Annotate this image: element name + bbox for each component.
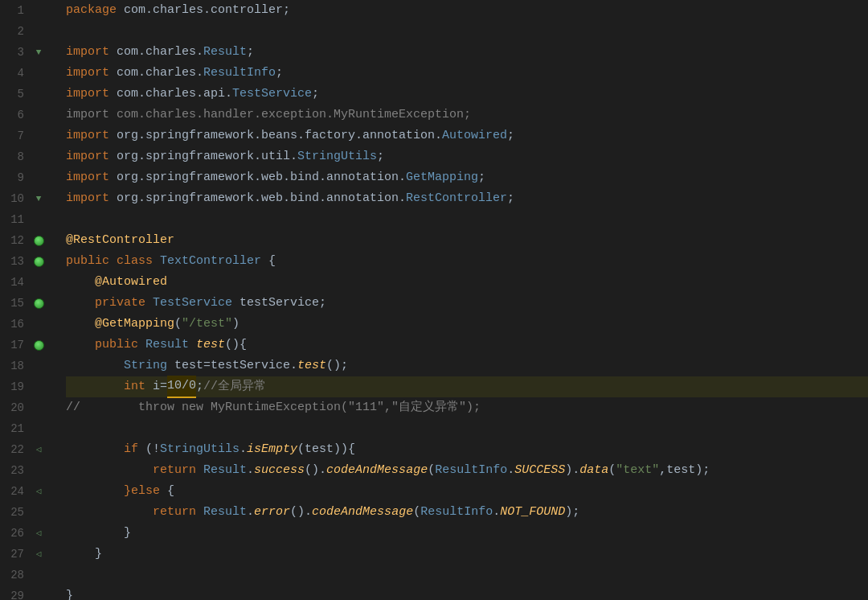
- token-method: codeAndMessage: [312, 502, 413, 523]
- fold-icon[interactable]: ◁: [36, 544, 42, 565]
- debug-breakpoint-icon[interactable]: [34, 298, 44, 309]
- gutter-row: 17: [0, 335, 55, 355]
- gutter-row: 23: [0, 460, 55, 481]
- code-line: }: [66, 586, 868, 600]
- token-plain: org.springframework.util.: [117, 146, 297, 167]
- token-plain: ;: [507, 125, 514, 146]
- fold-icon[interactable]: ◁: [36, 481, 42, 502]
- gutter-row: 22◁: [0, 439, 55, 460]
- code-line: public Result test(){: [66, 335, 868, 355]
- token-plain: ;: [507, 188, 514, 209]
- gutter-row: 29: [0, 586, 55, 600]
- token-method: NOT_FOUND: [500, 502, 565, 523]
- line-number: 9: [0, 167, 31, 188]
- code-content: package com.charles.controller;import co…: [55, 0, 868, 600]
- line-number: 8: [0, 146, 31, 167]
- gutter-icon: ◁: [31, 523, 47, 544]
- token-class-name: Result: [203, 460, 247, 481]
- debug-breakpoint-icon[interactable]: [34, 236, 44, 246]
- token-plain: {: [167, 481, 174, 502]
- token-kw: class: [117, 251, 160, 272]
- token-class-name: TextController: [160, 251, 268, 272]
- token-method: SUCCESS: [514, 460, 565, 481]
- token-class-name: Result: [145, 335, 196, 355]
- token-kw: int: [124, 376, 153, 397]
- line-number: 17: [0, 335, 31, 355]
- code-line: // throw new MyRuntimeException("111","自…: [66, 397, 868, 418]
- gutter-icon: ▼: [31, 188, 47, 209]
- line-number: 27: [0, 544, 31, 565]
- fold-icon[interactable]: ▼: [36, 188, 42, 209]
- gutter-icon: [31, 236, 47, 246]
- token-import-kw: import: [66, 188, 117, 209]
- token-highlighted: 10/0: [167, 376, 196, 398]
- token-plain: (: [413, 502, 420, 523]
- token-class-name: TestService: [153, 293, 240, 314]
- token-plain: (test)){: [297, 439, 355, 460]
- line-number: 5: [0, 84, 31, 105]
- line-gutter: 123▼45678910▼111213141516171819202122◁23…: [0, 0, 55, 600]
- line-number: 13: [0, 251, 31, 272]
- line-number: 15: [0, 293, 31, 314]
- token-annotation: @Autowired: [95, 272, 167, 293]
- token-plain: ;: [312, 84, 319, 105]
- token-comment: //全局异常: [203, 376, 266, 397]
- code-line: [66, 418, 868, 439]
- token-plain: ().: [290, 502, 312, 523]
- code-line: return Result.error().codeAndMessage(Res…: [66, 502, 868, 523]
- gutter-row: 16: [0, 314, 55, 335]
- token-method: codeAndMessage: [326, 460, 428, 481]
- token-class-name: Result: [203, 502, 247, 523]
- debug-breakpoint-icon[interactable]: [34, 340, 44, 351]
- gutter-row: 9: [0, 167, 55, 188]
- token-plain: [66, 376, 124, 397]
- token-plain: .: [493, 502, 500, 523]
- code-line: @Autowired: [66, 272, 868, 293]
- token-plain: }: [66, 523, 131, 544]
- line-number: 12: [0, 230, 31, 251]
- code-line: String test=testService.test();: [66, 355, 868, 376]
- token-plain: ): [232, 314, 240, 335]
- gutter-row: 13: [0, 251, 55, 272]
- token-plain: [66, 272, 95, 293]
- token-plain: (: [608, 460, 616, 481]
- token-string: "/test": [182, 314, 232, 335]
- code-editor: 123▼45678910▼111213141516171819202122◁23…: [0, 0, 868, 600]
- line-number: 11: [0, 209, 31, 230]
- gutter-row: 8: [0, 146, 55, 167]
- line-number: 25: [0, 502, 31, 523]
- token-class-name: TestService: [232, 84, 312, 105]
- token-plain: ;: [247, 42, 254, 63]
- code-line: package com.charles.controller;: [66, 0, 868, 21]
- gutter-icon: [31, 340, 47, 351]
- line-number: 7: [0, 125, 31, 146]
- gutter-icon: [31, 257, 47, 267]
- code-line: import org.springframework.web.bind.anno…: [66, 167, 868, 188]
- fold-icon[interactable]: ◁: [36, 523, 42, 544]
- line-number: 4: [0, 63, 31, 84]
- line-number: 29: [0, 586, 31, 600]
- gutter-row: 3▼: [0, 42, 55, 63]
- gutter-row: 10▼: [0, 188, 55, 209]
- gutter-row: 5: [0, 84, 55, 105]
- token-comment: // throw new MyRuntimeException("111","自…: [66, 397, 481, 418]
- fold-icon[interactable]: ▼: [36, 42, 42, 63]
- fold-icon[interactable]: ◁: [36, 439, 42, 460]
- line-number: 6: [0, 105, 31, 125]
- gutter-row: 19: [0, 376, 55, 397]
- token-plain: }: [66, 586, 73, 600]
- code-line: @RestController: [66, 230, 868, 251]
- line-number: 24: [0, 481, 31, 502]
- code-line: @GetMapping("/test"): [66, 314, 868, 335]
- token-class-name: Autowired: [442, 125, 507, 146]
- token-method: success: [254, 460, 305, 481]
- token-plain: .: [240, 439, 247, 460]
- debug-breakpoint-icon[interactable]: [34, 257, 44, 267]
- gutter-row: 24◁: [0, 481, 55, 502]
- code-line: public class TextController {: [66, 251, 868, 272]
- line-number: 20: [0, 397, 31, 418]
- token-plain: ).: [565, 460, 579, 481]
- code-line: [66, 209, 868, 230]
- token-plain: com.charles.: [117, 42, 203, 63]
- code-line: import com.charles.ResultInfo;: [66, 63, 868, 84]
